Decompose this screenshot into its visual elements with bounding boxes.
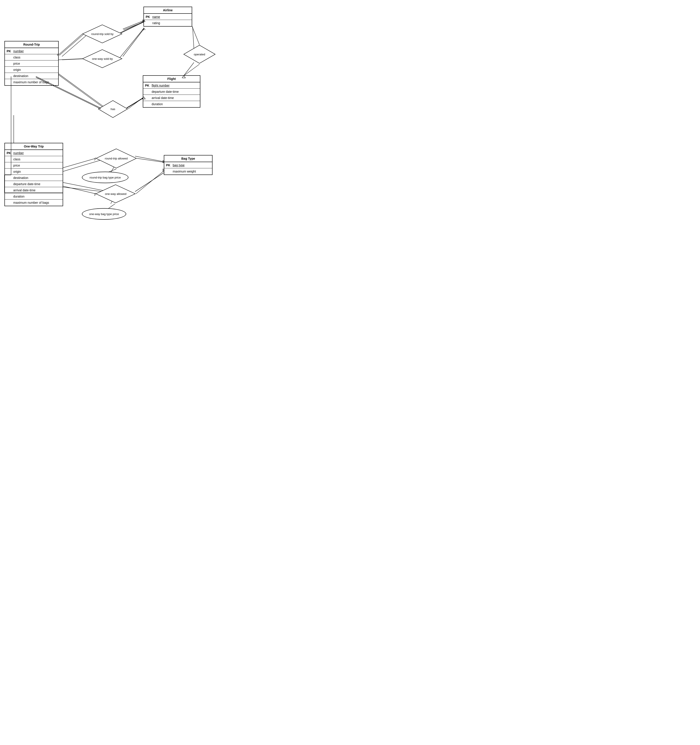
svg-line-51	[63, 159, 96, 168]
airline-pk-row: PK name	[144, 14, 192, 20]
round-trip-bag-price-label: round-trip bag type price	[90, 176, 121, 179]
round-trip-sold-by-diamond: round-trip sold by	[82, 24, 123, 44]
svg-line-3	[120, 21, 144, 33]
bag-type-entity: Bag Type PK bag type maximum weight	[164, 155, 212, 175]
round-trip-allowed-diamond: round-trip allowed	[95, 148, 137, 169]
round-trip-allowed-label: round-trip allowed	[105, 157, 127, 160]
svg-line-25	[59, 34, 82, 55]
round-trip-bags: maximum number of bags	[5, 79, 58, 85]
flight-header: Flight	[143, 76, 200, 82]
ow-departure: departure date-time	[5, 181, 63, 187]
round-trip-header: Round-Trip	[5, 42, 58, 48]
one-way-trip-header: One-Way Trip	[5, 143, 63, 150]
bag-type-pk-label: PK	[166, 163, 171, 167]
airline-header: Airline	[144, 7, 192, 14]
one-way-bag-price-label: one-way bag type price	[89, 212, 119, 216]
svg-line-37	[144, 28, 145, 30]
ow-origin: origin	[5, 169, 63, 175]
svg-line-40	[192, 27, 200, 45]
one-way-trip-pk-row: PK number	[5, 150, 63, 156]
has-label: has	[111, 108, 115, 111]
flight-departure: departure date-time	[143, 88, 200, 95]
svg-line-14	[135, 173, 164, 191]
one-way-allowed-label: one-way allowed	[105, 192, 127, 196]
svg-line-61	[136, 171, 164, 194]
er-diagram: Airline PK name rating Round-Trip PK num…	[0, 0, 233, 248]
airline-attr-rating: rating	[144, 20, 192, 26]
airline-rating-attr: rating	[152, 21, 190, 25]
svg-line-35	[59, 59, 82, 60]
ow-destination: destination	[5, 175, 63, 181]
ow-price: price	[5, 162, 63, 169]
round-trip-pk-attr: number	[13, 49, 57, 53]
one-way-trip-entity: One-Way Trip PK number class price origi…	[4, 143, 63, 206]
airline-pk-attr: name	[152, 15, 190, 19]
bag-type-pk-attr: bag type	[173, 163, 210, 167]
one-way-sold-by-diamond: one-way sold by	[82, 49, 123, 69]
one-way-bag-price-ellipse: one-way bag type price	[82, 208, 126, 220]
svg-line-41	[184, 64, 200, 76]
svg-line-66	[109, 204, 115, 208]
airline-entity: Airline PK name rating	[143, 7, 192, 27]
flight-entity: Flight PK flight number departure date-t…	[143, 75, 200, 108]
flight-arrival: arrival date-time	[143, 95, 200, 101]
svg-line-4	[119, 29, 143, 58]
bag-type-weight: maximum weight	[164, 168, 212, 175]
bag-type-pk-row: PK bag type	[164, 162, 212, 168]
flight-pk-attr: flight number	[152, 84, 198, 87]
bag-type-header: Bag Type	[164, 156, 212, 162]
operated-label: operated	[194, 53, 205, 56]
svg-line-26	[59, 34, 83, 55]
svg-line-57	[137, 159, 164, 162]
ow-arrival: arrival date-time	[5, 187, 63, 193]
one-way-sold-by-label: one-way sold by	[92, 57, 113, 60]
operated-diamond: operated	[183, 44, 216, 64]
round-trip-class: class	[5, 54, 58, 60]
round-trip-pk-row: PK number	[5, 48, 58, 54]
ow-class: class	[5, 156, 63, 162]
round-trip-pk-label: PK	[7, 49, 12, 53]
ow-bags: maximum number of bags	[5, 199, 63, 206]
has-diamond: has	[97, 100, 128, 118]
ow-duration: duration	[5, 193, 63, 199]
round-trip-destination: destination	[5, 73, 58, 79]
flight-duration: duration	[143, 101, 200, 107]
svg-line-38	[142, 28, 144, 30]
svg-line-47	[128, 97, 143, 109]
round-trip-entity: Round-Trip PK number class price origin …	[4, 41, 59, 86]
round-trip-price: price	[5, 60, 58, 67]
one-way-allowed-diamond: one-way allowed	[95, 184, 136, 204]
round-trip-bag-price-ellipse: round-trip bag type price	[82, 172, 128, 183]
round-trip-sold-by-label: round-trip sold by	[91, 32, 113, 36]
svg-line-2	[119, 22, 143, 34]
svg-line-30	[124, 21, 145, 30]
flight-pk-label: PK	[145, 84, 150, 87]
svg-line-13	[135, 156, 164, 162]
svg-line-29	[123, 21, 144, 29]
svg-line-54	[63, 186, 96, 194]
flight-pk-row: PK flight number	[143, 82, 200, 88]
svg-line-36	[123, 29, 144, 57]
airline-pk-label: PK	[146, 15, 151, 19]
one-way-pk-label: PK	[7, 151, 12, 155]
one-way-pk-attr: number	[13, 151, 61, 155]
round-trip-origin: origin	[5, 67, 58, 73]
